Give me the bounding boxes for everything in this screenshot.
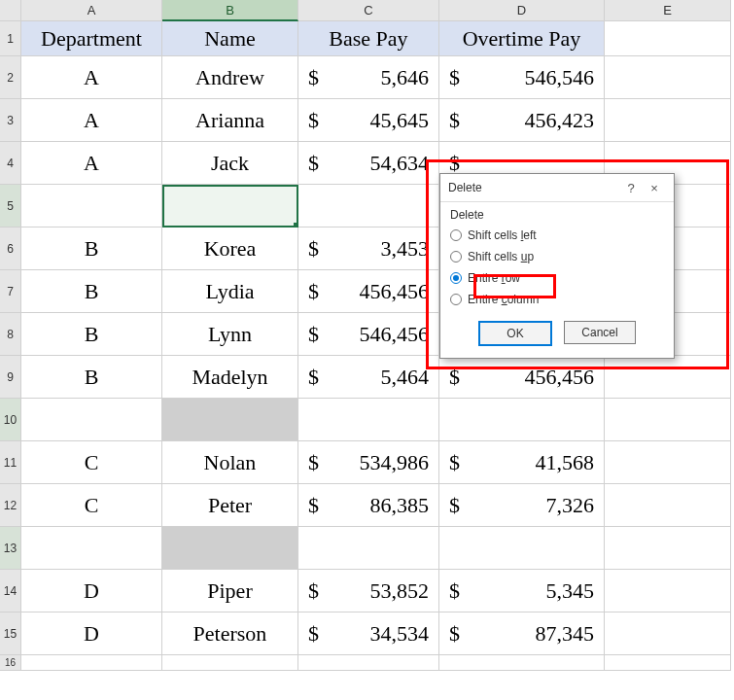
cell-A6[interactable]: B <box>21 228 162 270</box>
cell-B7[interactable]: Lydia <box>162 270 298 313</box>
close-button[interactable]: × <box>643 181 666 195</box>
row-header[interactable]: 6 <box>0 228 21 270</box>
cell-C7[interactable]: $456,456 <box>298 270 439 313</box>
row-header[interactable]: 10 <box>0 399 21 441</box>
cancel-button[interactable]: Cancel <box>564 321 636 344</box>
col-header-D[interactable]: D <box>439 0 605 21</box>
row-header[interactable]: 1 <box>0 21 21 56</box>
row-header[interactable]: 5 <box>0 185 21 228</box>
cell-A5[interactable] <box>21 185 162 228</box>
dialog-titlebar[interactable]: Delete ? × <box>440 174 674 202</box>
cell-E13[interactable] <box>605 527 731 570</box>
header-cell-dept[interactable]: Department <box>21 21 162 56</box>
row-header[interactable]: 2 <box>0 56 21 99</box>
header-cell-name[interactable]: Name <box>162 21 298 56</box>
radio-icon[interactable] <box>450 294 462 305</box>
col-header-C[interactable]: C <box>298 0 439 21</box>
row-header[interactable]: 4 <box>0 142 21 185</box>
cell-B6[interactable]: Korea <box>162 228 298 270</box>
header-cell-base[interactable]: Base Pay <box>298 21 439 56</box>
cell-E2[interactable] <box>605 56 731 99</box>
cell-B2[interactable]: Andrew <box>162 56 298 99</box>
row-header[interactable]: 13 <box>0 527 21 570</box>
cell-C6[interactable]: $3,453 <box>298 228 439 270</box>
cell-B8[interactable]: Lynn <box>162 313 298 356</box>
cell-D11[interactable]: $41,568 <box>439 441 605 484</box>
cell-B14[interactable]: Piper <box>162 570 298 612</box>
cell-E3[interactable] <box>605 99 731 142</box>
cell-C14[interactable]: $53,852 <box>298 570 439 612</box>
header-cell-ot[interactable]: Overtime Pay <box>439 21 605 56</box>
cell-D15[interactable]: $87,345 <box>439 612 605 655</box>
cell-A7[interactable]: B <box>21 270 162 313</box>
cell-E12[interactable] <box>605 484 731 527</box>
cell-D9[interactable]: $456,456 <box>439 356 605 399</box>
cell-E14[interactable] <box>605 570 731 612</box>
cell-C11[interactable]: $534,986 <box>298 441 439 484</box>
row-header[interactable]: 12 <box>0 484 21 527</box>
cell-C10[interactable] <box>298 399 439 441</box>
radio-icon[interactable] <box>450 229 462 241</box>
cell-A2[interactable]: A <box>21 56 162 99</box>
col-header-E[interactable]: E <box>605 0 731 21</box>
col-header-B[interactable]: B <box>162 0 298 21</box>
fill-handle[interactable] <box>294 223 298 228</box>
radio-icon[interactable] <box>450 272 462 284</box>
cell-E9[interactable] <box>605 356 731 399</box>
row-header[interactable]: 9 <box>0 356 21 399</box>
cell-E1[interactable] <box>605 21 731 56</box>
row-header[interactable]: 7 <box>0 270 21 313</box>
cell-C5[interactable] <box>298 185 439 228</box>
select-all-corner[interactable] <box>0 0 21 21</box>
cell-B11[interactable]: Nolan <box>162 441 298 484</box>
cell-C9[interactable]: $5,464 <box>298 356 439 399</box>
cell-C2[interactable]: $5,646 <box>298 56 439 99</box>
cell-A15[interactable]: D <box>21 612 162 655</box>
cell-B12[interactable]: Peter <box>162 484 298 527</box>
cell-D10[interactable] <box>439 399 605 441</box>
cell-B15[interactable]: Peterson <box>162 612 298 655</box>
cell-C8[interactable]: $546,456 <box>298 313 439 356</box>
cell-C13[interactable] <box>298 527 439 570</box>
row-header[interactable]: 3 <box>0 99 21 142</box>
cell-A13[interactable] <box>21 527 162 570</box>
active-cell[interactable] <box>162 185 298 228</box>
cell-E15[interactable] <box>605 612 731 655</box>
cell-D12[interactable]: $7,326 <box>439 484 605 527</box>
row-header[interactable]: 16 <box>0 655 21 671</box>
radio-option-shift_left[interactable]: Shift cells left <box>450 226 664 245</box>
cell-A11[interactable]: C <box>21 441 162 484</box>
row-header[interactable]: 15 <box>0 612 21 655</box>
cell-D13[interactable] <box>439 527 605 570</box>
cell-C4[interactable]: $54,634 <box>298 142 439 185</box>
radio-option-entire_col[interactable]: Entire column <box>450 290 664 309</box>
cell-C15[interactable]: $34,534 <box>298 612 439 655</box>
cell-A12[interactable]: C <box>21 484 162 527</box>
cell-A14[interactable]: D <box>21 570 162 612</box>
radio-icon[interactable] <box>450 251 462 262</box>
cell-B10[interactable] <box>162 399 298 441</box>
cell-D14[interactable]: $5,345 <box>439 570 605 612</box>
cell-B13[interactable] <box>162 527 298 570</box>
cell-B3[interactable]: Arianna <box>162 99 298 142</box>
help-button[interactable]: ? <box>619 181 643 195</box>
cell-D3[interactable]: $456,423 <box>439 99 605 142</box>
row-header[interactable]: 11 <box>0 441 21 484</box>
cell-A3[interactable]: A <box>21 99 162 142</box>
cell-A4[interactable]: A <box>21 142 162 185</box>
cell-E11[interactable] <box>605 441 731 484</box>
cell-C3[interactable]: $45,645 <box>298 99 439 142</box>
cell-C12[interactable]: $86,385 <box>298 484 439 527</box>
row-header[interactable]: 14 <box>0 570 21 612</box>
radio-option-entire_row[interactable]: Entire row <box>450 268 664 288</box>
cell-B9[interactable]: Madelyn <box>162 356 298 399</box>
ok-button[interactable]: OK <box>478 321 552 346</box>
cell-E10[interactable] <box>605 399 731 441</box>
radio-option-shift_up[interactable]: Shift cells up <box>450 247 664 266</box>
col-header-A[interactable]: A <box>21 0 162 21</box>
cell-B4[interactable]: Jack <box>162 142 298 185</box>
cell-A10[interactable] <box>21 399 162 441</box>
cell-A9[interactable]: B <box>21 356 162 399</box>
row-header[interactable]: 8 <box>0 313 21 356</box>
cell-D2[interactable]: $546,546 <box>439 56 605 99</box>
